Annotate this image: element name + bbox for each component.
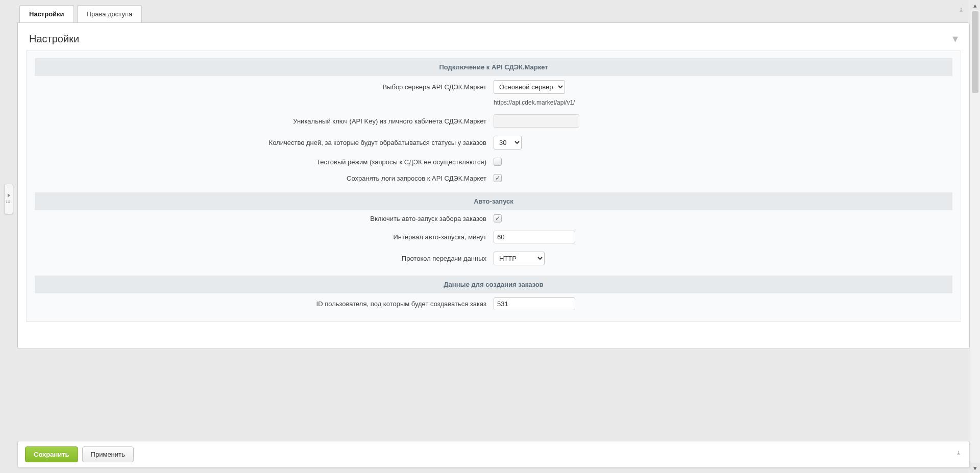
action-bar: Сохранить Применить	[17, 441, 970, 468]
section-auto-heading: Авто-запуск	[35, 192, 952, 210]
save-logs-checkbox[interactable]	[494, 174, 502, 182]
label-save-logs: Сохранять логи запросов к API СДЭК.Марке…	[35, 175, 494, 182]
pin-actionbar-icon[interactable]	[955, 450, 962, 459]
label-test-mode: Тестовый режим (запросы к СДЭК не осущес…	[35, 158, 494, 166]
section-api-heading: Подключение к API СДЭК.Маркет	[35, 58, 952, 76]
label-user-id: ID пользователя, под которым будет созда…	[35, 300, 494, 308]
scroll-up-icon[interactable]: ▴	[970, 0, 980, 10]
label-server: Выбор сервера API СДЭК.Маркет	[35, 83, 494, 91]
label-auto-enable: Включить авто-запуск забора заказов	[35, 215, 494, 222]
pin-panel-icon[interactable]	[958, 7, 965, 16]
chevron-right-icon	[8, 193, 10, 197]
panel-title: Настройки	[29, 33, 79, 45]
tab-settings[interactable]: Настройки	[19, 5, 74, 22]
drag-handle-icon	[6, 201, 11, 205]
save-button[interactable]: Сохранить	[25, 446, 78, 462]
sidebar-expand-handle[interactable]	[4, 184, 13, 214]
test-mode-checkbox[interactable]	[494, 158, 502, 166]
user-id-input[interactable]	[494, 297, 575, 310]
auto-enable-checkbox[interactable]	[494, 214, 502, 222]
interval-input[interactable]	[494, 231, 575, 243]
collapse-panel-icon[interactable]: ▾	[952, 32, 958, 45]
page-scrollbar[interactable]: ▴ ▾	[970, 0, 980, 473]
server-select[interactable]: Основной сервер	[494, 80, 565, 94]
label-protocol: Протокол передачи данных	[35, 255, 494, 262]
label-days: Количество дней, за которые будут обраба…	[35, 139, 494, 146]
settings-panel: Настройки ▾ Подключение к API СДЭК.Марке…	[17, 22, 970, 349]
section-orders-heading: Данные для создания заказов	[35, 276, 952, 293]
apply-button[interactable]: Применить	[82, 446, 134, 462]
tabs-bar: Настройки Права доступа	[17, 0, 970, 22]
label-api-key: Уникальный ключ (API Key) из личного каб…	[35, 117, 494, 125]
scroll-down-icon[interactable]: ▾	[970, 463, 980, 473]
days-select[interactable]: 30	[494, 136, 522, 150]
label-interval: Интервал авто-запуска, минут	[35, 233, 494, 241]
tab-permissions[interactable]: Права доступа	[77, 5, 142, 22]
api-url-note: https://api.cdek.market/api/v1/	[494, 99, 952, 106]
protocol-select[interactable]: HTTP	[494, 252, 545, 265]
api-key-input[interactable]	[494, 114, 579, 128]
scroll-thumb[interactable]	[972, 11, 978, 93]
